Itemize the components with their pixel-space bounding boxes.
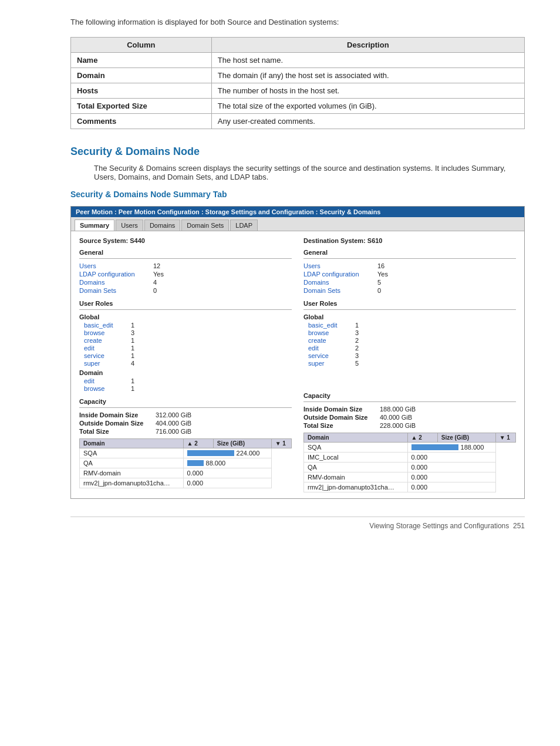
role-row: service3 (308, 352, 516, 359)
field-label[interactable]: LDAP configuration (303, 271, 374, 278)
security-section-heading: Security & Domains Node (70, 146, 525, 158)
field-value: Yes (377, 271, 388, 278)
capacity-row: Outside Domain Size404.000 GiB (79, 420, 292, 427)
source-global-roles: basic_edit1browse3create1edit1service1su… (79, 322, 292, 367)
tab-summary[interactable]: Summary (75, 220, 114, 231)
security-sub-heading: Security & Domains Node Summary Tab (70, 190, 525, 199)
role-name[interactable]: create (308, 337, 355, 344)
role-name[interactable]: edit (84, 377, 131, 384)
intro-text: The following information is displayed f… (70, 18, 525, 26)
role-row: service1 (84, 352, 292, 359)
role-name[interactable]: create (84, 337, 131, 344)
info-table: Column Description NameThe host set name… (70, 37, 525, 129)
source-capacity-label: Capacity (79, 398, 292, 405)
role-row: super5 (308, 360, 516, 367)
role-row: basic_edit1 (308, 322, 516, 329)
role-name[interactable]: basic_edit (308, 322, 355, 329)
domain-table-header[interactable]: ▼ 1 (495, 433, 515, 443)
table-row: NameThe host set name. (71, 53, 525, 68)
destination-domain-table: Domain▲ 2Size (GiB)▼ 1SQA188.000IMC_Loca… (303, 433, 516, 492)
role-count: 1 (131, 345, 134, 352)
role-row: create2 (308, 337, 516, 344)
role-row: create1 (84, 337, 292, 344)
capacity-value: 40.000 GiB (380, 414, 412, 421)
source-fields: Users12LDAP configurationYesDomains4Doma… (79, 262, 292, 294)
role-row: browse3 (84, 329, 292, 336)
capacity-label: Outside Domain Size (303, 414, 380, 421)
domain-table-header[interactable]: Size (GiB) (213, 439, 271, 448)
field-label[interactable]: Users (303, 262, 374, 269)
field-value: 4 (153, 279, 157, 286)
two-col-layout: Source System: S440 General Users12LDAP … (79, 237, 516, 492)
domain-table-header[interactable]: ▼ 1 (271, 439, 291, 448)
role-row: basic_edit1 (84, 322, 292, 329)
footer-page: 251 (513, 522, 525, 530)
domain-bar-cell: 224.000 (183, 448, 271, 458)
field-label[interactable]: Domain Sets (79, 287, 150, 294)
domain-table-row: rmv2|_jpn-domanupto31cha…0.000 (304, 482, 516, 492)
domain-bar-cell: 0.000 (407, 463, 495, 472)
tab-domain-sets[interactable]: Domain Sets (181, 220, 229, 231)
domain-table-header[interactable]: ▲ 2 (407, 433, 437, 443)
field-label[interactable]: LDAP configuration (79, 271, 150, 278)
role-name[interactable]: browse (84, 329, 131, 336)
domain-table-header: Domain (304, 433, 408, 443)
capacity-row: Total Size716.000 GiB (79, 428, 292, 435)
field-label[interactable]: Domains (79, 279, 150, 286)
screenshot-container: Peer Motion : Peer Motion Configuration … (70, 206, 525, 499)
domain-table-row: RMV-domain0.000 (304, 472, 516, 482)
col-name: Domain (71, 68, 212, 83)
domain-size: 224.000 (237, 450, 260, 457)
capacity-row: Inside Domain Size312.000 GiB (79, 411, 292, 418)
role-name[interactable]: edit (84, 345, 131, 352)
domain-table-row: QA88.000 (80, 458, 292, 468)
source-domain-label: Domain (79, 369, 292, 376)
page-footer: Viewing Storage Settings and Configurati… (70, 517, 525, 530)
role-row: browse1 (84, 385, 292, 392)
field-row: Domain Sets0 (303, 287, 516, 294)
field-value: 0 (377, 287, 381, 294)
field-label[interactable]: Domain Sets (303, 287, 374, 294)
role-name[interactable]: service (84, 352, 131, 359)
domain-name: QA (304, 463, 408, 472)
role-name[interactable]: edit (308, 345, 355, 352)
role-count: 1 (131, 352, 134, 359)
field-value: 12 (153, 262, 160, 269)
domain-table-row: rmv2|_jpn-domanupto31cha…0.000 (80, 478, 292, 488)
domain-table-row: SQA224.000 (80, 448, 292, 458)
role-row: edit1 (84, 345, 292, 352)
tab-ldap[interactable]: LDAP (230, 220, 258, 231)
role-name[interactable]: browse (308, 329, 355, 336)
capacity-label: Inside Domain Size (79, 411, 156, 418)
role-count: 4 (131, 360, 134, 367)
domain-name: RMV-domain (80, 468, 184, 478)
source-column: Source System: S440 General Users12LDAP … (79, 237, 292, 492)
role-count: 1 (131, 377, 134, 384)
col-name: Name (71, 53, 212, 68)
role-name[interactable]: basic_edit (84, 322, 131, 329)
field-row: Users12 (79, 262, 292, 269)
table-row: Total Exported SizeThe total size of the… (71, 99, 525, 114)
field-value: 5 (377, 279, 381, 286)
domain-table-header[interactable]: ▲ 2 (183, 439, 213, 448)
capacity-value: 188.000 GiB (380, 406, 416, 413)
capacity-row: Total Size228.000 GiB (303, 422, 516, 429)
field-value: 0 (153, 287, 157, 294)
field-label[interactable]: Users (79, 262, 150, 269)
field-label[interactable]: Domains (303, 279, 374, 286)
role-count: 5 (355, 360, 359, 367)
role-name[interactable]: service (308, 352, 355, 359)
role-name[interactable]: super (308, 360, 355, 367)
destination-global-label: Global (303, 313, 516, 320)
role-name[interactable]: browse (84, 385, 131, 392)
domain-table-header[interactable]: Size (GiB) (437, 433, 495, 443)
domain-table-row: SQA188.000 (304, 443, 516, 453)
tab-domains[interactable]: Domains (144, 220, 180, 231)
screenshot-body: Source System: S440 General Users12LDAP … (71, 231, 524, 498)
source-domain-table: Domain▲ 2Size (GiB)▼ 1SQA224.000QA88.000… (79, 438, 292, 488)
role-count: 1 (131, 385, 134, 392)
tab-users[interactable]: Users (116, 220, 143, 231)
col-header-column: Column (71, 38, 212, 53)
role-name[interactable]: super (84, 360, 131, 367)
destination-system-title: Destination System: S610 (303, 237, 516, 244)
